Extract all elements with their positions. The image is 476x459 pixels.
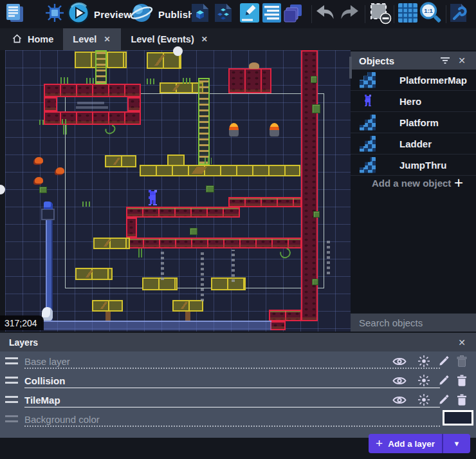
tile-water[interactable] [42, 321, 271, 330]
tile-greenbox[interactable] [190, 228, 197, 235]
scrollbar-handle-top[interactable] [173, 46, 183, 56]
drag-handle-icon[interactable] [5, 357, 18, 364]
filter-icon[interactable] [436, 55, 454, 66]
effects-icon[interactable] [416, 393, 432, 407]
background-color-swatch[interactable] [443, 410, 473, 426]
tile-yellow[interactable] [211, 277, 246, 290]
close-icon[interactable]: ✕ [454, 335, 470, 350]
tile-yellow[interactable] [160, 82, 203, 93]
tile-yellow[interactable] [105, 155, 136, 167]
clear-selection-button[interactable] [369, 1, 392, 27]
tab-level-events[interactable]: Level (Events)✕ [121, 28, 218, 50]
tile-red[interactable] [44, 111, 141, 125]
visibility-eye-icon[interactable] [391, 354, 408, 368]
tile-red[interactable] [44, 97, 57, 111]
tile-red[interactable] [228, 197, 302, 207]
tile-critter[interactable] [35, 157, 43, 164]
tile-critter[interactable] [56, 167, 64, 174]
tile-greenbox[interactable] [313, 211, 320, 218]
tile-torch[interactable] [229, 123, 239, 136]
delete-trash-icon[interactable] [453, 373, 470, 388]
visibility-eye-icon[interactable] [391, 393, 408, 407]
drag-handle-icon[interactable] [5, 377, 18, 384]
tile-stream[interactable] [46, 210, 53, 321]
tile-ladder[interactable] [198, 78, 210, 165]
tile-red[interactable] [269, 310, 302, 321]
level-canvas[interactable] [5, 50, 351, 332]
tile-red[interactable] [44, 84, 141, 97]
scrollbar-handle-left[interactable] [0, 185, 5, 194]
tile-red[interactable] [126, 207, 240, 218]
tile-chain[interactable] [161, 251, 164, 280]
tile-bluebird[interactable] [44, 201, 53, 209]
tab-close-icon[interactable]: ✕ [200, 33, 209, 45]
layer-row-tilemap[interactable]: TileMap [0, 390, 476, 409]
tile-hero[interactable] [147, 190, 158, 207]
edit-pencil-icon[interactable] [435, 393, 452, 407]
tools-button[interactable] [449, 3, 468, 26]
object-item-platform[interactable]: Platform [351, 112, 476, 133]
tile-greenbox[interactable] [206, 185, 214, 192]
object-item-hero[interactable]: Hero [351, 91, 476, 112]
tile-yellow[interactable] [75, 268, 113, 280]
edit-pencil-icon[interactable] [435, 373, 452, 388]
tile-post[interactable] [185, 312, 190, 321]
debugger-button[interactable] [44, 3, 66, 26]
tab-close-icon[interactable]: ✕ [102, 33, 111, 45]
tile-red[interactable] [127, 97, 141, 111]
redo-button[interactable] [338, 4, 360, 24]
tab-home[interactable]: Home [3, 28, 63, 50]
effects-icon[interactable] [416, 354, 432, 368]
tile-greenbox[interactable] [312, 104, 320, 113]
tile-greenbox[interactable] [312, 279, 318, 285]
tile-red[interactable] [126, 218, 137, 238]
add-layer-button[interactable]: + Add a layer ▼ [369, 434, 470, 453]
tile-ladder[interactable] [95, 50, 107, 84]
tile-darkbox[interactable] [41, 209, 55, 220]
tile-torch[interactable] [270, 123, 279, 136]
drag-handle-icon[interactable] [5, 396, 18, 403]
tile-yellow[interactable] [142, 277, 178, 290]
tile-chain[interactable] [201, 250, 204, 301]
add-object-row[interactable]: Add a new object + [351, 173, 476, 193]
open-layers-button[interactable] [283, 3, 304, 26]
delete-trash-icon[interactable] [453, 393, 470, 407]
tile-yellow[interactable] [140, 165, 300, 176]
new-external-layout-button[interactable] [213, 3, 233, 26]
close-icon[interactable]: ✕ [454, 53, 470, 68]
object-item-platformermap[interactable]: PlatformerMap [351, 70, 476, 91]
preview-button[interactable]: Preview [67, 1, 131, 27]
tile-red[interactable] [127, 238, 302, 248]
publish-button[interactable]: Publish [129, 1, 194, 27]
delete-trash-icon[interactable] [453, 354, 470, 368]
tile-yellow[interactable] [92, 300, 123, 312]
zoom-1-1-button[interactable]: 1:1 [419, 2, 442, 27]
tile-chain[interactable] [232, 250, 235, 282]
scrollbar-thumb[interactable] [349, 57, 352, 79]
chevron-down-icon[interactable]: ▼ [443, 440, 470, 447]
layer-row-base-layer[interactable]: Base layer [0, 351, 476, 371]
layer-row-collision[interactable]: Collision [0, 371, 476, 390]
tile-critter[interactable] [35, 177, 43, 183]
tile-red[interactable] [228, 68, 271, 93]
tile-greenbox[interactable] [39, 187, 47, 193]
edit-pencil-icon[interactable] [435, 354, 452, 368]
tile-yellow[interactable] [93, 238, 130, 249]
edit-scene-button[interactable] [239, 3, 260, 26]
tile-yellow[interactable] [172, 300, 203, 312]
tile-red[interactable] [270, 321, 286, 330]
tile-chain[interactable] [327, 241, 330, 274]
layer-row-background-color[interactable]: Background color [0, 409, 476, 429]
tile-greenbox[interactable] [311, 76, 317, 83]
tab-level[interactable]: Level✕ [63, 28, 121, 50]
undo-button[interactable] [315, 4, 336, 24]
visibility-eye-icon[interactable] [391, 373, 408, 388]
scene-properties-button[interactable] [262, 3, 282, 26]
drag-handle-icon[interactable] [5, 415, 18, 422]
project-manager-button[interactable] [4, 3, 26, 26]
toggle-grid-button[interactable] [397, 2, 419, 26]
search-objects-input[interactable] [351, 317, 476, 328]
object-item-ladder[interactable]: Ladder [351, 133, 476, 155]
tile-blob[interactable] [249, 62, 259, 69]
plus-icon[interactable]: + [454, 176, 463, 189]
